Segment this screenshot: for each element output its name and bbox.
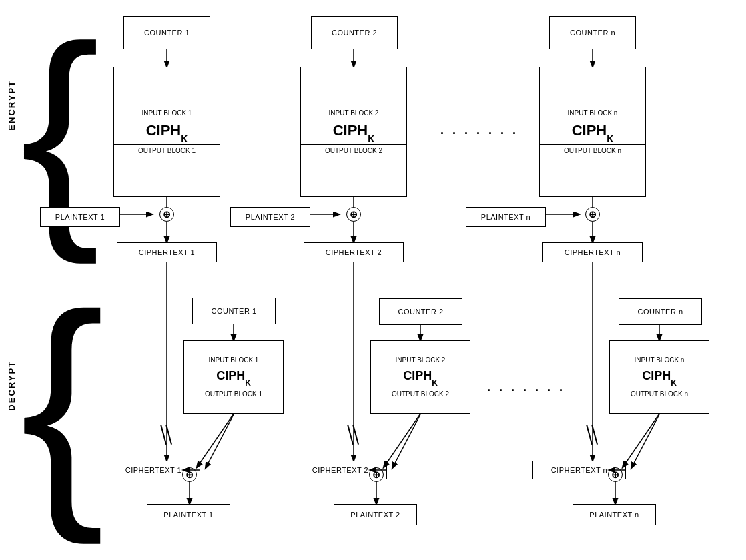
counternd-box: COUNTER n <box>619 298 702 325</box>
countern-box: COUNTER n <box>549 16 636 49</box>
plaintextn-enc-box: PLAINTEXT n <box>466 207 546 227</box>
ciphn-box: INPUT BLOCK n CIPHK OUTPUT BLOCK n <box>539 67 646 197</box>
svg-line-18 <box>206 414 234 468</box>
svg-line-23 <box>392 414 420 468</box>
ciphertext1-enc-box: CIPHERTEXT 1 <box>117 242 217 262</box>
ciph1d-box: INPUT BLOCK 1 CIPHK OUTPUT BLOCK 1 <box>183 340 284 414</box>
plaintext2d-box: PLAINTEXT 2 <box>334 504 417 525</box>
plaintext1d-box: PLAINTEXT 1 <box>147 504 230 525</box>
ciph2-box: INPUT BLOCK 2 CIPHK OUTPUT BLOCK 2 <box>300 67 407 197</box>
ciphertextn-enc-box: CIPHERTEXT n <box>542 242 643 262</box>
decrypt-label: DECRYPT <box>7 360 17 411</box>
ciph1-label: CIPHK <box>146 119 188 144</box>
counter2-box: COUNTER 2 <box>311 16 398 49</box>
ciph2d-box: INPUT BLOCK 2 CIPHK OUTPUT BLOCK 2 <box>370 340 470 414</box>
encrypt-label: ENCRYPT <box>7 80 17 131</box>
xor1-enc: ⊕ <box>159 207 174 222</box>
plaintextnd-box: PLAINTEXT n <box>573 504 656 525</box>
dots-dec: . . . . . . . <box>487 380 565 394</box>
ciph2-label: CIPHK <box>333 119 375 144</box>
plaintext1-enc-box: PLAINTEXT 1 <box>40 207 120 227</box>
svg-line-30 <box>197 414 234 467</box>
ciphnd-label: CIPHK <box>642 366 677 388</box>
ciphertext2-enc-box: CIPHERTEXT 2 <box>304 242 404 262</box>
svg-line-31 <box>384 414 420 467</box>
decrypt-brace: { <box>20 277 105 531</box>
xorn-dec: ⊕ <box>608 467 623 482</box>
ciphnd-box: INPUT BLOCK n CIPHK OUTPUT BLOCK n <box>609 340 709 414</box>
counter2d-box: COUNTER 2 <box>379 298 462 325</box>
ciph1-box: INPUT BLOCK 1 CIPHK OUTPUT BLOCK 1 <box>113 67 220 197</box>
xor1-dec: ⊕ <box>182 467 197 482</box>
xor2-dec: ⊕ <box>369 467 384 482</box>
ciph2d-label: CIPHK <box>403 366 438 388</box>
diagram-container: { ENCRYPT COUNTER 1 INPUT BLOCK 1 CIPHK … <box>0 0 746 560</box>
xor2-enc: ⊕ <box>346 207 361 222</box>
svg-line-32 <box>623 414 659 467</box>
counter1d-box: COUNTER 1 <box>192 298 276 324</box>
dots-enc: . . . . . . . <box>440 123 518 137</box>
xorn-enc: ⊕ <box>585 207 600 222</box>
counter1-box: COUNTER 1 <box>123 16 210 49</box>
svg-line-28 <box>631 414 659 468</box>
plaintext2-enc-box: PLAINTEXT 2 <box>230 207 310 227</box>
ciph1d-label: CIPHK <box>216 366 251 388</box>
ciphn-label: CIPHK <box>572 119 614 144</box>
